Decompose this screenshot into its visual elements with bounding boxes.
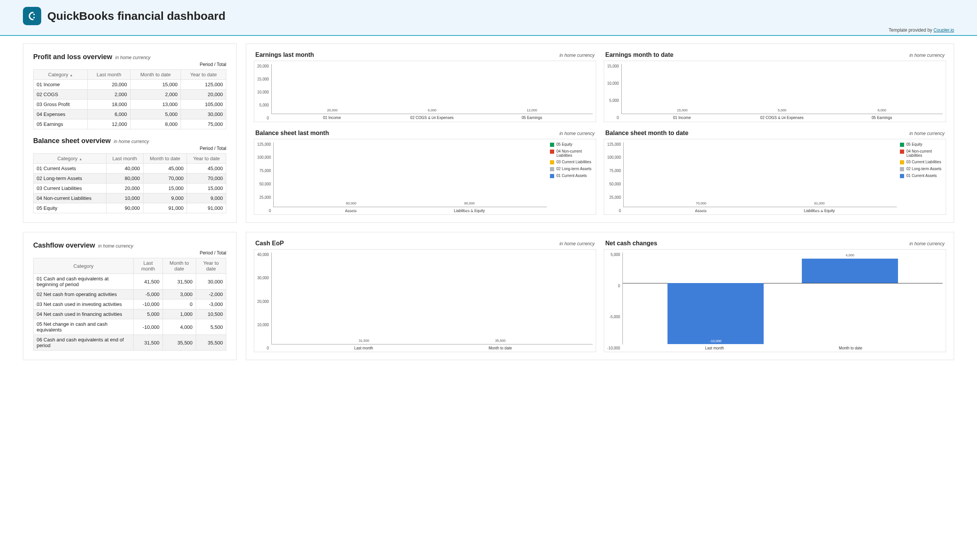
table-row: 02 Net cash from operating activities-5,… [33, 290, 226, 300]
pl-col-mtd[interactable]: Month to date [130, 70, 180, 80]
sort-asc-icon: ▲ [79, 157, 82, 161]
bs-col-mtd[interactable]: Month to date [143, 154, 187, 163]
y-axis: 125,000100,00075,00050,00025,0000 [607, 142, 623, 213]
cf-col-lm[interactable]: Last month [134, 258, 163, 274]
sort-asc-icon: ▲ [70, 73, 73, 77]
bs-legend: 05 Equity 04 Non-current Liabilities 03 … [547, 142, 593, 213]
cf-title: Cashflow overview [33, 242, 95, 250]
page-title: QuickBooks financial dashboard [47, 10, 225, 23]
cashflow-table-panel: Cashflow overview in home currency Perio… [23, 232, 237, 360]
pl-table: Category ▲ Last month Month to date Year… [33, 70, 226, 129]
y-axis: 20,00015,00010,0005,0000 [257, 64, 271, 120]
bs-col-ytd[interactable]: Year to date [187, 154, 226, 163]
coupler-link[interactable]: Coupler.io [934, 27, 954, 33]
template-credit: Template provided by Coupler.io [23, 25, 954, 33]
y-axis: 15,00010,0005,0000 [607, 64, 621, 120]
bar-lm: -10,000 [668, 283, 763, 344]
svg-rect-0 [33, 14, 35, 15]
table-row: 05 Earnings12,0008,00075,000 [33, 119, 226, 129]
table-row: 01 Current Assets40,00045,00045,000 [33, 163, 226, 173]
table-row: 03 Gross Profit18,00013,000105,000 [33, 100, 226, 110]
pl-title: Profit and loss overview [33, 53, 112, 61]
table-row: 01 Income20,00015,000125,000 [33, 80, 226, 90]
chart-bs-lm: Balance sheet last monthin home currency… [254, 130, 596, 215]
cf-col-category[interactable]: Category [33, 258, 134, 274]
y-axis: 125,000100,00075,00050,00025,0000 [257, 142, 273, 213]
bs-title: Balance sheet overview [33, 137, 111, 145]
chart-earnings-lm: Earnings last monthin home currency 20,0… [254, 52, 596, 122]
charts-panel-1: Earnings last monthin home currency 20,0… [246, 43, 954, 223]
bar-mtd: 4,000 [802, 258, 898, 283]
table-row: 02 Long-term Assets80,00070,00070,000 [33, 173, 226, 183]
table-row: 04 Expenses6,0005,00030,000 [33, 110, 226, 119]
bs-col-category[interactable]: Category ▲ [33, 154, 107, 163]
pl-col-category[interactable]: Category ▲ [33, 70, 88, 80]
chart-earnings-mtd: Earnings month to datein home currency 1… [604, 52, 946, 122]
pl-col-ytd[interactable]: Year to date [181, 70, 226, 80]
overview-tables-panel: Profit and loss overview in home currenc… [23, 43, 237, 223]
svg-rect-1 [33, 17, 35, 18]
header-banner: QuickBooks financial dashboard Template … [0, 0, 977, 36]
y-axis: 40,00030,00020,00010,0000 [257, 253, 271, 350]
table-row: 05 Equity90,00091,00091,000 [33, 203, 226, 213]
table-row: 05 Net change in cash and cash equivalen… [33, 319, 226, 335]
chart-bs-mtd: Balance sheet month to datein home curre… [604, 130, 946, 215]
cf-table: Category Last month Month to date Year t… [33, 258, 226, 350]
table-row: 03 Current Liabilities20,00015,00015,000 [33, 183, 226, 193]
pl-col-lm[interactable]: Last month [88, 70, 130, 80]
bs-col-lm[interactable]: Last month [106, 154, 143, 163]
neg-plot: -10,000 4,000 [623, 253, 943, 345]
table-row: 04 Non-current Liabilities10,0009,0009,0… [33, 193, 226, 203]
table-row: 01 Cash and cash equivalents at beginnin… [33, 274, 226, 290]
coupler-logo-icon [23, 7, 41, 25]
bs-table: Category ▲ Last month Month to date Year… [33, 153, 226, 213]
charts-panel-2: Cash EoPin home currency 40,00030,00020,… [246, 232, 954, 360]
y-axis: 5,0000-5,000-10,000 [607, 253, 623, 350]
table-row: 03 Net cash used in investing activities… [33, 300, 226, 309]
chart-cash-eop: Cash EoPin home currency 40,00030,00020,… [254, 240, 596, 352]
table-row: 04 Net cash used in financing activities… [33, 309, 226, 319]
cf-col-mtd[interactable]: Month to date [163, 258, 196, 274]
bs-legend: 05 Equity 04 Non-current Liabilities 03 … [897, 142, 943, 213]
table-row: 02 COGS2,0002,00020,000 [33, 90, 226, 100]
cf-col-ytd[interactable]: Year to date [196, 258, 226, 274]
chart-netcash: Net cash changesin home currency 5,0000-… [604, 240, 946, 352]
table-row: 06 Cash and cash equivalents at end of p… [33, 335, 226, 350]
